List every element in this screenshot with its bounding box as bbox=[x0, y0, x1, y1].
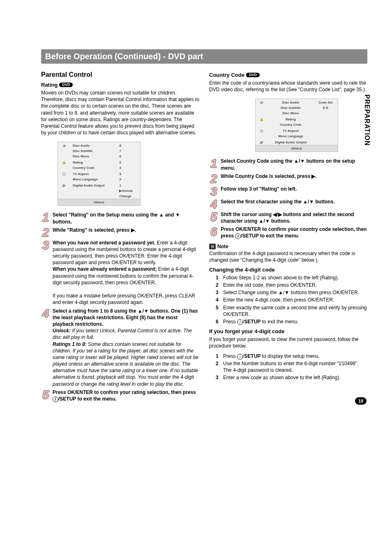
step-number: 4 bbox=[209, 198, 218, 210]
cc-step-6: 6 Press OK/ENTER to confirm your country… bbox=[209, 226, 367, 239]
info-icon: i bbox=[53, 396, 58, 402]
menu-value: 5 bbox=[117, 159, 140, 165]
ratings-body: Some discs contain scenes not suitable f… bbox=[53, 341, 198, 387]
page-number: 19 bbox=[355, 397, 367, 405]
step-2: 2 While "Rating" is selected, press ▶. bbox=[41, 227, 199, 238]
menu-item: Menu Language bbox=[70, 177, 117, 182]
menu-item: Disc Subtitle bbox=[268, 105, 314, 111]
cc-step-5: 5 Shift the cursor using ◀/▶ buttons and… bbox=[209, 211, 367, 224]
step-text: Shift the cursor using ◀/▶ buttons and s… bbox=[221, 212, 354, 224]
step-text: While Country Code is selected, press ▶. bbox=[221, 173, 317, 179]
list-item: Follow Steps 1-2 as shown above to the l… bbox=[223, 274, 339, 281]
ratings-label: Ratings 1 to 8: bbox=[53, 341, 87, 347]
note-label: Note bbox=[217, 244, 228, 249]
menu-item: Disc Subtitle bbox=[70, 148, 117, 154]
forget-body: If you forget your password, to clear th… bbox=[209, 336, 367, 349]
change-code-list: 1Follow Steps 1-2 as shown above to the … bbox=[209, 274, 367, 325]
menu-item: TV Aspect bbox=[70, 170, 117, 177]
menu-item: Digital Audio Output bbox=[268, 139, 314, 145]
step-text: Follow step 3 of "Rating" on left. bbox=[221, 186, 297, 192]
dvd-badge: DVD bbox=[59, 83, 73, 87]
note-body: Confirmation of the 4-digit password is … bbox=[209, 250, 367, 263]
step-text: Select Country Code using the ▲/▼ button… bbox=[221, 158, 355, 170]
list-item: Enter the new 4-digit code, then press O… bbox=[223, 297, 334, 303]
step-1: 1 Select "Rating" on the Setup menu usin… bbox=[41, 212, 199, 225]
step-3: 3 When you have not entered a password y… bbox=[41, 240, 199, 306]
step-4: 4 Select a rating from 1 to 8 using the … bbox=[41, 308, 199, 387]
step-text: When you have already entered a password… bbox=[53, 266, 157, 272]
menu-item: Country Code bbox=[268, 122, 314, 127]
menu-item: Menu Language bbox=[268, 134, 314, 139]
lock-icon: 🔒 bbox=[58, 159, 70, 170]
list-item: Select Change using the ▲/▼ buttons then… bbox=[223, 289, 359, 296]
menu-others: Others bbox=[256, 145, 338, 152]
step-number: 2 bbox=[41, 227, 50, 238]
menu-value: 4 bbox=[117, 165, 140, 170]
step-text: Select "Rating" on the Setup menu using … bbox=[53, 212, 180, 224]
list-item: Enter a new code as shown above to the l… bbox=[223, 374, 341, 381]
step-number: 2 bbox=[209, 173, 218, 184]
step-text: When you have not entered a password yet… bbox=[53, 240, 155, 246]
step-text: /SETUP to exit the menu. bbox=[58, 396, 117, 402]
speaker-icon: 🔊 bbox=[256, 139, 268, 145]
step-number: 6 bbox=[209, 226, 218, 237]
rating-label: Rating bbox=[41, 82, 58, 88]
menu-item: Rating bbox=[70, 159, 117, 165]
info-icon: i bbox=[235, 233, 241, 239]
step-text: Select a rating from 1 to 8 using the ▲/… bbox=[53, 308, 198, 327]
cc-step-4: 4 Select the first character using the ▲… bbox=[209, 198, 367, 210]
unlock-label: Unlock: bbox=[53, 328, 71, 334]
cc-step-2: 2 While Country Code is selected, press … bbox=[209, 173, 367, 184]
menu-others: Others bbox=[58, 199, 140, 205]
rating-body: Movies on DVDs may contain scenes not su… bbox=[41, 90, 199, 136]
cc-body: Enter the code of a country/area whose s… bbox=[209, 80, 367, 93]
menu-item: Disc Audio bbox=[268, 99, 314, 105]
step-text: Press OK/ENTER to confirm your rating se… bbox=[53, 389, 196, 395]
country-code-heading: Country Code DVD bbox=[209, 72, 367, 78]
list-item: Enter exactly the same code a second tim… bbox=[223, 304, 367, 318]
lock-icon: 🔒 bbox=[256, 116, 268, 127]
menu-value: 6 bbox=[117, 154, 140, 159]
unlock-body: If you select Unlock, Parental Control i… bbox=[53, 328, 192, 340]
step-text: Select the first character using the ▲/▼… bbox=[221, 199, 335, 205]
tv-icon: ▢ bbox=[58, 170, 70, 182]
cc-step-1: 1 Select Country Code using the ▲/▼ butt… bbox=[209, 158, 367, 171]
step-number: 3 bbox=[209, 186, 218, 197]
menu-value: 1 bbox=[117, 182, 140, 188]
step-text: While "Rating" is selected, press ▶. bbox=[53, 227, 136, 233]
menu-value: 3 bbox=[117, 170, 140, 177]
menu-value: 8 bbox=[117, 142, 140, 148]
list-item: Press i/SETUP to display the setup menu. bbox=[223, 353, 320, 359]
note-heading: N Note bbox=[209, 244, 367, 249]
menu-item: Disc Menu bbox=[70, 154, 117, 159]
disc-icon: ◎ bbox=[256, 99, 268, 116]
list-item: Use the Number buttons to enter the 6-di… bbox=[223, 360, 358, 373]
menu-item: Country Code bbox=[70, 165, 117, 170]
step-number: 1 bbox=[41, 212, 50, 223]
step-number: 1 bbox=[209, 158, 218, 169]
side-tab: PREPARATION bbox=[363, 94, 371, 146]
forget-code-heading: If you forget your 4-digit code bbox=[209, 328, 367, 334]
menu-item: Disc Audio bbox=[70, 142, 117, 148]
page-header: Before Operation (Continued) - DVD part bbox=[41, 49, 367, 64]
dvd-badge: DVD bbox=[246, 73, 260, 77]
step-note: If you make a mistake before pressing OK… bbox=[53, 293, 195, 305]
list-item: Enter the old code, then press OK/ENTER. bbox=[223, 282, 317, 288]
menu-value: 2 bbox=[117, 177, 140, 182]
menu-item: Rating bbox=[268, 116, 314, 122]
tv-icon: ▢ bbox=[256, 127, 268, 139]
step-number: 5 bbox=[41, 389, 50, 400]
step-number: 4 bbox=[41, 308, 50, 319]
menu-value: Code Set bbox=[314, 99, 337, 105]
info-icon: i bbox=[237, 354, 243, 359]
cc-step-3: 3 Follow step 3 of "Rating" on left. bbox=[209, 186, 367, 197]
parental-control-heading: Parental Control bbox=[41, 71, 199, 78]
rating-heading: Rating DVD bbox=[41, 82, 199, 88]
info-icon: i bbox=[237, 319, 243, 325]
step-number: 3 bbox=[41, 240, 50, 251]
menu-value: ▶Unlock bbox=[117, 188, 140, 193]
step-number: 5 bbox=[209, 211, 218, 222]
menu-value: 7 bbox=[117, 148, 140, 154]
menu-value: Change bbox=[117, 193, 140, 199]
step-5: 5 Press OK/ENTER to confirm your rating … bbox=[41, 389, 199, 402]
